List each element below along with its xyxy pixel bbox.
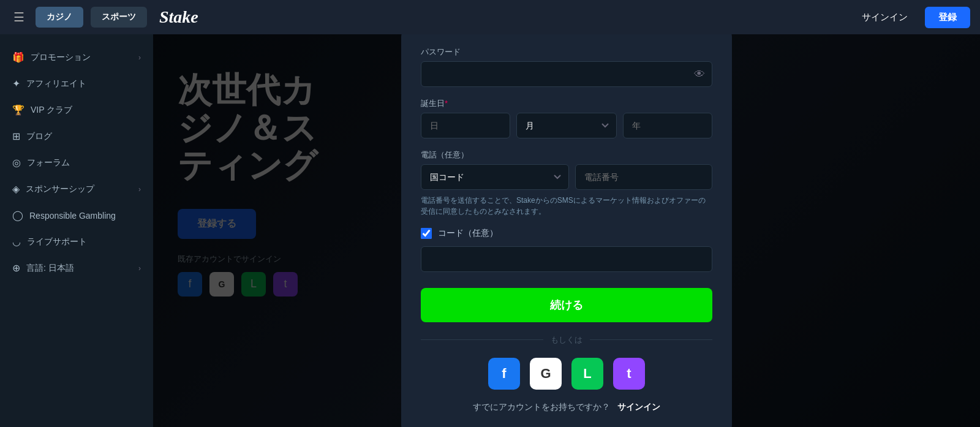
google-login-button[interactable]: G bbox=[530, 358, 562, 390]
birthday-day-input[interactable] bbox=[421, 113, 510, 138]
casino-nav-button[interactable]: カジノ bbox=[36, 7, 83, 28]
site-logo: Stake bbox=[159, 7, 198, 27]
password-input-wrap: 👁 bbox=[421, 61, 712, 87]
modal-overlay: パスワード 👁 誕生日* 月 1月 2 bbox=[153, 34, 980, 427]
code-checkbox[interactable] bbox=[421, 228, 432, 239]
required-mark: * bbox=[445, 99, 448, 108]
chevron-right-icon-2: › bbox=[138, 185, 141, 194]
sidebar-label-live-support: ライブサポート bbox=[27, 236, 87, 248]
header-register-button[interactable]: 登録 bbox=[925, 7, 970, 28]
code-field-group bbox=[421, 246, 712, 272]
blog-icon: ⊞ bbox=[12, 130, 20, 142]
signin-question-text: すでにアカウントをお持ちですか？ bbox=[473, 402, 610, 412]
toggle-password-button[interactable]: 👁 bbox=[694, 67, 705, 80]
birthday-field-group: 誕生日* 月 1月 2月 3月 4月 5月 6月 7月 8月 9月 bbox=[421, 98, 712, 138]
country-code-select[interactable]: 国コード bbox=[421, 164, 569, 190]
sidebar-item-live-support[interactable]: ◡ ライブサポート bbox=[0, 229, 153, 255]
phone-label: 電話（任意） bbox=[421, 149, 712, 161]
birthday-label: 誕生日* bbox=[421, 98, 712, 109]
vip-icon: 🏆 bbox=[12, 104, 24, 116]
eye-icon: 👁 bbox=[694, 67, 705, 80]
sidebar-label-sponsorship: スポンサーシップ bbox=[26, 184, 94, 195]
chevron-right-icon-3: › bbox=[138, 264, 141, 273]
sports-nav-button[interactable]: スポーツ bbox=[91, 7, 147, 28]
sidebar-label-blog: ブログ bbox=[26, 131, 52, 142]
password-input[interactable] bbox=[421, 61, 712, 87]
facebook-icon: f bbox=[502, 366, 506, 382]
signin-link-row: すでにアカウントをお持ちですか？ サインイン bbox=[421, 402, 712, 413]
sidebar: 🎁 プロモーション › ✦ アフィリエイト 🏆 VIP クラブ ⊞ ブログ ◎ … bbox=[0, 34, 153, 427]
sidebar-label-vip: VIP クラブ bbox=[31, 105, 72, 116]
sidebar-label-responsible: Responsible Gambling bbox=[29, 211, 116, 221]
password-label: パスワード bbox=[421, 47, 712, 58]
responsible-gambling-icon: ◯ bbox=[12, 210, 23, 221]
sidebar-label-language: 言語: 日本語 bbox=[26, 263, 74, 274]
code-input[interactable] bbox=[421, 246, 712, 272]
sidebar-item-responsible-gambling[interactable]: ◯ Responsible Gambling bbox=[0, 202, 153, 229]
birthday-month-select[interactable]: 月 1月 2月 3月 4月 5月 6月 7月 8月 9月 10月 11月 12月 bbox=[516, 113, 617, 138]
sidebar-label-affiliate: アフィリエイト bbox=[26, 78, 86, 89]
facebook-login-button[interactable]: f bbox=[488, 358, 520, 390]
sidebar-label-forum: フォーラム bbox=[27, 157, 70, 168]
divider-line-left bbox=[421, 339, 543, 340]
promotions-icon: 🎁 bbox=[12, 51, 24, 63]
phone-field-group: 電話（任意） 国コード 電話番号を送信することで、StakeからのSMSによるマ… bbox=[421, 149, 712, 217]
line-login-button[interactable]: L bbox=[571, 358, 603, 390]
live-support-icon: ◡ bbox=[12, 236, 21, 248]
sponsorship-icon: ◈ bbox=[12, 183, 20, 195]
registration-modal: パスワード 👁 誕生日* 月 1月 2 bbox=[401, 34, 732, 427]
sidebar-item-vip[interactable]: 🏆 VIP クラブ bbox=[0, 97, 153, 123]
line-icon: L bbox=[583, 366, 591, 382]
divider-line-right bbox=[590, 339, 712, 340]
sidebar-item-language[interactable]: ⊕ 言語: 日本語 › bbox=[0, 255, 153, 281]
sidebar-item-blog[interactable]: ⊞ ブログ bbox=[0, 123, 153, 149]
sms-notice-text: 電話番号を送信することで、StakeからのSMSによるマーケット情報およびオファ… bbox=[421, 195, 712, 217]
birthday-row: 月 1月 2月 3月 4月 5月 6月 7月 8月 9月 10月 11月 12月 bbox=[421, 113, 712, 138]
chevron-right-icon: › bbox=[138, 53, 141, 62]
continue-button[interactable]: 続ける bbox=[421, 288, 712, 322]
or-label: もしくは bbox=[551, 334, 582, 346]
phone-row: 国コード bbox=[421, 164, 712, 190]
code-checkbox-label[interactable]: コード（任意） bbox=[438, 228, 498, 239]
forum-icon: ◎ bbox=[12, 157, 21, 168]
google-icon: G bbox=[540, 366, 551, 382]
phone-number-input[interactable] bbox=[575, 164, 712, 190]
password-field-group: パスワード 👁 bbox=[421, 47, 712, 87]
main-content-area: 次世代カ ジノ＆ス ティング 登録する 既存アカウントでサインイン f G L … bbox=[153, 34, 980, 427]
hamburger-button[interactable]: ☰ bbox=[10, 6, 28, 28]
hamburger-icon: ☰ bbox=[13, 10, 24, 24]
social-login-row: f G L t bbox=[421, 358, 712, 390]
or-divider: もしくは bbox=[421, 334, 712, 346]
sidebar-label-promotions: プロモーション bbox=[31, 52, 91, 63]
language-icon: ⊕ bbox=[12, 262, 20, 274]
code-checkbox-row: コード（任意） bbox=[421, 228, 712, 239]
signin-link[interactable]: サインイン bbox=[617, 402, 660, 412]
header-signin-button[interactable]: サインイン bbox=[852, 7, 918, 28]
sidebar-item-affiliate[interactable]: ✦ アフィリエイト bbox=[0, 70, 153, 97]
sidebar-item-promotions[interactable]: 🎁 プロモーション › bbox=[0, 44, 153, 70]
header-actions: サインイン 登録 bbox=[852, 7, 970, 28]
birthday-year-input[interactable] bbox=[623, 113, 712, 138]
sidebar-item-sponsorship[interactable]: ◈ スポンサーシップ › bbox=[0, 176, 153, 202]
twitch-icon: t bbox=[627, 366, 631, 382]
twitch-login-button[interactable]: t bbox=[613, 358, 645, 390]
sidebar-item-forum[interactable]: ◎ フォーラム bbox=[0, 149, 153, 176]
header: ☰ カジノ スポーツ Stake サインイン 登録 bbox=[0, 0, 980, 34]
affiliate-icon: ✦ bbox=[12, 78, 20, 89]
